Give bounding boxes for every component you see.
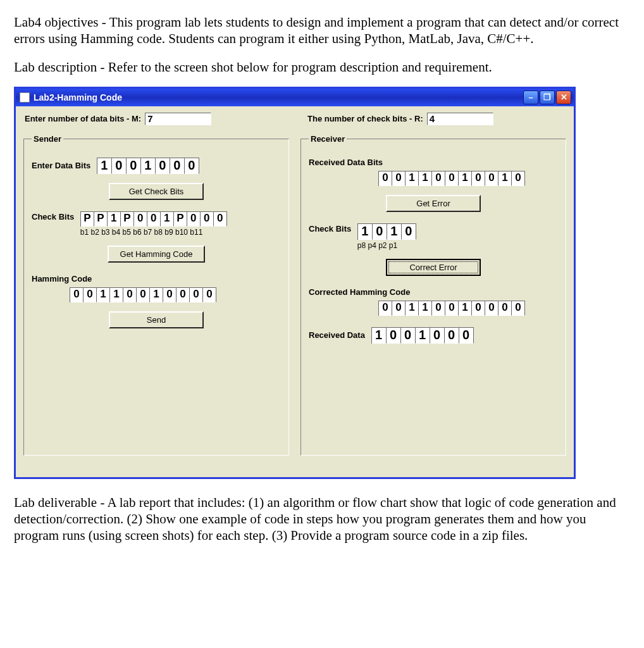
bit-cell: 0 [392, 171, 406, 186]
sender-check-bits: PP1P001P000 [80, 211, 227, 227]
r-output [427, 113, 493, 125]
bit-cell: 1 [110, 287, 123, 302]
bit-cell: 0 [137, 287, 150, 302]
bit-cell: 0 [512, 301, 525, 316]
receiver-check-bits: 1010 [357, 223, 416, 240]
app-icon [20, 92, 30, 103]
r-label: The number of check bits - R: [307, 114, 423, 123]
sender-panel: Sender Enter Data Bits 1001000 Get Check… [23, 134, 289, 456]
receiver-legend: Receiver [309, 134, 347, 144]
bit-cell: 0 [392, 301, 406, 316]
bit-cell: 0 [432, 171, 445, 186]
lab-objectives: Lab4 objectives - This program lab lets … [14, 14, 630, 47]
bit-cell: P [81, 211, 94, 227]
bit-cell: 0 [445, 171, 459, 186]
sender-hamming-bits: 00110010000 [70, 287, 216, 302]
received-data-label: Received Data [309, 330, 365, 340]
bit-cell: 0 [387, 327, 401, 344]
bit-cell: 1 [108, 211, 121, 227]
bit-cell: 1 [372, 327, 387, 344]
bit-cell: 1 [97, 158, 112, 174]
bit-cell: 0 [185, 158, 199, 174]
bit-cell: 0 [379, 171, 392, 186]
hamming-code-label: Hamming Code [32, 274, 281, 284]
bit-cell: 0 [156, 158, 170, 174]
bit-cell: 0 [123, 287, 137, 302]
bit-cell: 1 [141, 158, 156, 174]
bit-cell: 1 [419, 171, 432, 186]
bit-cell: 1 [161, 211, 174, 227]
bit-cell: P [174, 211, 187, 227]
bit-cell: 0 [373, 223, 387, 240]
get-hamming-code-button[interactable]: Get Hamming Code [108, 246, 206, 263]
bit-cell: 0 [472, 171, 485, 186]
bit-cell: 0 [147, 211, 161, 227]
receiver-check-bits-label: Check Bits [309, 224, 351, 234]
enter-data-bits-label: Enter Data Bits [32, 161, 90, 170]
bit-cell: P [94, 211, 108, 227]
bit-cell: 1 [406, 171, 419, 186]
bit-cell: 1 [419, 301, 432, 316]
bit-cell: 1 [150, 287, 163, 302]
m-input[interactable] [145, 113, 211, 125]
bit-cell: 0 [190, 287, 203, 302]
close-button[interactable]: ✕ [556, 90, 571, 104]
bit-cell: 0 [187, 211, 201, 227]
bit-cell: P [121, 211, 134, 227]
bit-cell: 1 [459, 171, 472, 186]
lab-deliverable: Lab deliverable - A lab report that incl… [14, 494, 630, 544]
bit-cell: 0 [70, 287, 84, 302]
bit-cell: 0 [445, 327, 459, 344]
bit-cell: 0 [127, 158, 141, 174]
receiver-received-data: 1001000 [371, 327, 474, 344]
check-bits-label: Check Bits [32, 212, 74, 221]
bit-cell: 0 [485, 301, 498, 316]
bit-cell: 0 [401, 327, 416, 344]
receiver-corrected-bits: 00110010000 [378, 301, 525, 316]
sender-check-bit-labels: b1 b2 b3 b4 b5 b6 b7 b8 b9 b10 b11 [80, 228, 227, 237]
bit-cell: 0 [432, 301, 445, 316]
bit-cell: 0 [84, 287, 97, 302]
bit-cell: 0 [163, 287, 176, 302]
bit-cell: 1 [416, 327, 430, 344]
get-check-bits-button[interactable]: Get Check Bits [109, 183, 204, 200]
send-button[interactable]: Send [109, 311, 204, 328]
bit-cell: 1 [406, 301, 419, 316]
client-area: Enter number of data bits - M: The numbe… [16, 106, 574, 477]
lab-description: Lab description - Refer to the screen sh… [14, 59, 630, 75]
bit-cell: 0 [485, 171, 498, 186]
bit-cell: 1 [358, 223, 373, 240]
titlebar: Lab2-Hamming Code – ❐ ✕ [16, 89, 574, 106]
bit-cell: 0 [379, 301, 392, 316]
bit-cell: 1 [387, 223, 402, 240]
receiver-check-bit-labels: p8 p4 p2 p1 [357, 241, 416, 250]
receiver-received-bits[interactable]: 00110010010 [378, 171, 525, 186]
get-error-button[interactable]: Get Error [386, 195, 481, 212]
bit-cell: 0 [498, 301, 512, 316]
sender-legend: Sender [32, 134, 63, 144]
bit-cell: 1 [459, 301, 472, 316]
bit-cell: 0 [134, 211, 147, 227]
m-label: Enter number of data bits - M: [25, 114, 141, 123]
bit-cell: 0 [472, 301, 485, 316]
corrected-hamming-label: Corrected Hamming Code [309, 287, 558, 297]
bit-cell: 0 [512, 171, 525, 186]
window-title: Lab2-Hamming Code [34, 92, 122, 103]
bit-cell: 1 [97, 287, 110, 302]
sender-data-bits[interactable]: 1001000 [97, 158, 199, 174]
correct-error-button[interactable]: Correct Error [386, 259, 481, 276]
bit-cell: 1 [498, 171, 512, 186]
maximize-button[interactable]: ❐ [540, 90, 555, 104]
bit-cell: 0 [459, 327, 474, 344]
bit-cell: 0 [201, 211, 214, 227]
bit-cell: 0 [112, 158, 127, 174]
bit-cell: 0 [176, 287, 190, 302]
receiver-panel: Receiver Received Data Bits 00110010010 … [300, 134, 566, 456]
app-window: Lab2-Hamming Code – ❐ ✕ Enter number of … [14, 87, 576, 479]
bit-cell: 0 [430, 327, 445, 344]
bit-cell: 0 [445, 301, 459, 316]
bit-cell: 0 [402, 223, 416, 240]
minimize-button[interactable]: – [523, 90, 538, 104]
bit-cell: 0 [214, 211, 227, 227]
bit-cell: 0 [170, 158, 185, 174]
